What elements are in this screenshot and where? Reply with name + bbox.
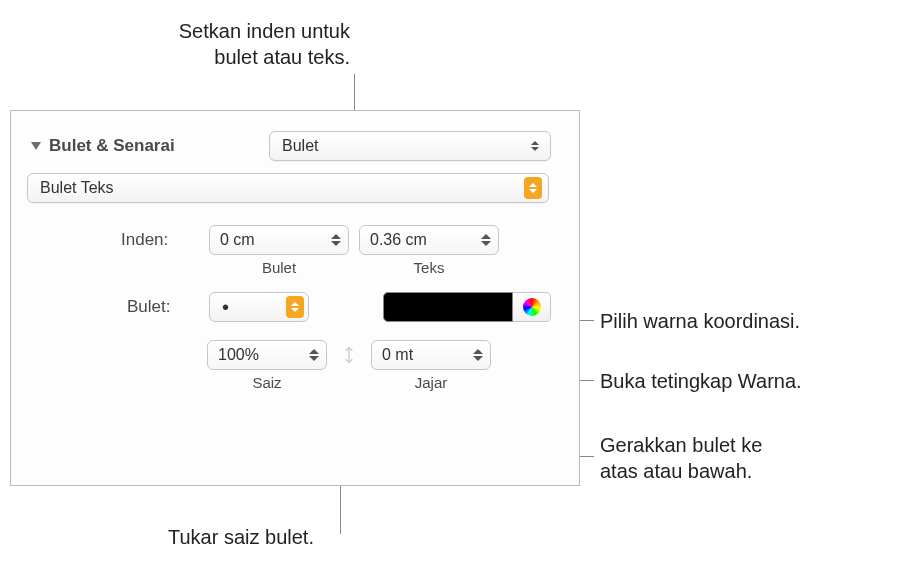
- stepper-icon: [468, 349, 488, 361]
- chevrons-icon: [286, 296, 304, 318]
- align-value: 0 mt: [382, 346, 413, 364]
- stepper-icon: [476, 234, 496, 246]
- align-sublabel: Jajar: [415, 374, 448, 391]
- align-stepper[interactable]: 0 mt: [371, 340, 491, 370]
- indent-text-stepper[interactable]: 0.36 cm: [359, 225, 499, 255]
- vertical-align-icon: [337, 343, 361, 367]
- indent-bullet-sublabel: Bulet: [262, 259, 296, 276]
- bullets-lists-panel: Bulet & Senarai Bulet Bulet Teks Inden: …: [10, 110, 580, 486]
- chevrons-icon: [524, 177, 542, 199]
- bullet-type-select[interactable]: Bulet Teks: [27, 173, 549, 203]
- size-value: 100%: [218, 346, 259, 364]
- callout-align: Gerakkan bulet ke atas atau bawah.: [600, 432, 762, 484]
- size-stepper[interactable]: 100%: [207, 340, 327, 370]
- color-wheel-icon: [523, 298, 541, 316]
- bullet-label: Bulet:: [127, 297, 170, 317]
- disclosure-triangle-icon: [31, 142, 41, 150]
- size-sublabel: Saiz: [252, 374, 281, 391]
- stepper-icon: [304, 349, 324, 361]
- callout-indent: Setkan inden untuk bulet atau teks.: [90, 18, 350, 70]
- indent-text-sublabel: Teks: [414, 259, 445, 276]
- section-title: Bulet & Senarai: [47, 136, 175, 156]
- color-picker-button[interactable]: [513, 292, 551, 322]
- stepper-icon: [326, 234, 346, 246]
- section-header[interactable]: Bulet & Senarai: [25, 136, 175, 156]
- chevrons-icon: [526, 135, 544, 157]
- callout-size: Tukar saiz bulet.: [168, 524, 314, 550]
- indent-bullet-value: 0 cm: [220, 231, 255, 249]
- callout-color-coord: Pilih warna koordinasi.: [600, 308, 800, 334]
- list-style-select[interactable]: Bulet: [269, 131, 551, 161]
- bullet-symbol: •: [222, 296, 229, 319]
- list-style-value: Bulet: [282, 137, 318, 155]
- indent-bullet-stepper[interactable]: 0 cm: [209, 225, 349, 255]
- bullet-type-value: Bulet Teks: [40, 179, 114, 197]
- indent-label: Inden:: [121, 225, 168, 250]
- callout-color-window: Buka tetingkap Warna.: [600, 368, 802, 394]
- bullet-color-well[interactable]: [383, 292, 513, 322]
- indent-text-value: 0.36 cm: [370, 231, 427, 249]
- bullet-symbol-select[interactable]: •: [209, 292, 309, 322]
